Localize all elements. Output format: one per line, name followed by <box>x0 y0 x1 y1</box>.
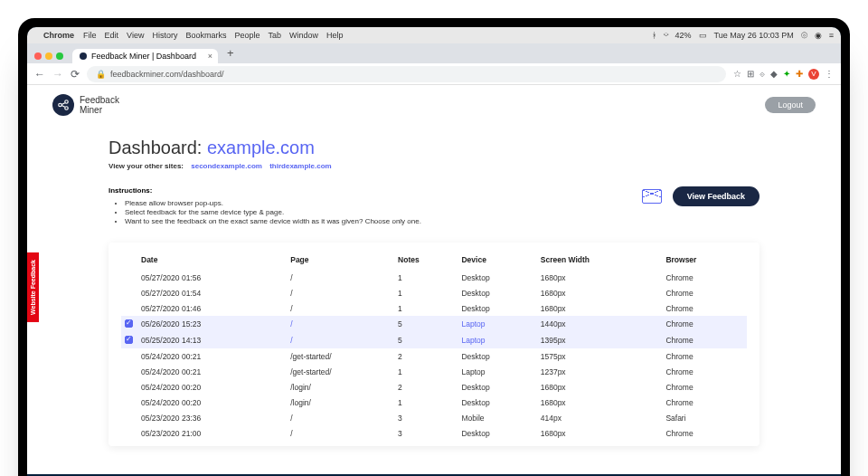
brand-logo[interactable]: FeedbackMiner <box>52 94 119 116</box>
menubar-item[interactable]: History <box>152 31 177 40</box>
site-link[interactable]: thirdexample.com <box>269 162 331 170</box>
menu-icon[interactable]: ≡ <box>829 31 834 40</box>
svg-point-0 <box>59 103 62 107</box>
battery-icon: ▭ <box>699 31 707 40</box>
table-row[interactable]: 05/27/2020 01:54/1Desktop1680pxChrome <box>121 285 747 300</box>
logo-mark <box>52 94 74 116</box>
maximize-window[interactable] <box>56 52 63 60</box>
other-sites: View your other sites: secondexample.com… <box>108 162 760 170</box>
instruction-item: Want to see the feedback on the exact sa… <box>125 217 421 225</box>
minimize-window[interactable] <box>45 52 52 60</box>
table-row[interactable]: 05/27/2020 01:56/1Desktop1680pxChrome <box>121 270 747 285</box>
close-tab-icon[interactable]: × <box>208 52 212 61</box>
browser-tab-strip: Feedback Miner | Dashboard × + <box>27 43 841 63</box>
tab-title: Feedback Miner | Dashboard <box>91 52 196 61</box>
instruction-item: Please allow browser pop-ups. <box>125 199 421 207</box>
menubar-item[interactable]: Bookmarks <box>185 31 226 40</box>
logout-button[interactable]: Logout <box>765 97 816 113</box>
menubar-item[interactable]: People <box>234 31 259 40</box>
forward-button[interactable]: → <box>52 68 63 81</box>
svg-point-2 <box>65 107 69 110</box>
battery-text: 42% <box>675 31 692 40</box>
table-row[interactable]: 05/24/2020 00:20/login/2Desktop1680pxChr… <box>121 379 747 395</box>
url-text: feedbackminer.com/dashboard/ <box>110 70 224 79</box>
extension-icon[interactable]: ⊞ <box>747 69 754 79</box>
favicon <box>80 52 87 60</box>
extension-icon[interactable]: V <box>808 69 819 80</box>
instruction-item: Select feedback for the same device type… <box>125 208 421 216</box>
lock-icon: 🔒 <box>96 70 106 79</box>
table-row[interactable]: 05/23/2020 23:36/3Mobile414pxSafari <box>121 410 747 425</box>
window-controls <box>33 52 69 63</box>
column-header[interactable]: Browser <box>662 252 747 270</box>
feedback-table: DatePageNotesDeviceScreen WidthBrowser 0… <box>121 252 747 441</box>
menubar-item[interactable]: File <box>83 31 97 40</box>
table-row[interactable]: 05/24/2020 00:21/get-started/2Desktop157… <box>121 348 747 364</box>
column-header[interactable]: Notes <box>394 252 458 270</box>
column-header[interactable]: Page <box>287 252 394 270</box>
brand-name: FeedbackMiner <box>80 95 119 115</box>
menubar-item[interactable]: Edit <box>105 31 119 40</box>
table-row[interactable]: 05/25/2020 14:13/5Laptop1395pxChrome <box>121 332 747 348</box>
mail-icon[interactable] <box>642 189 662 204</box>
page-content: Website Feedback FeedbackMiner Logout Da… <box>27 85 841 474</box>
extension-icon[interactable]: ⟐ <box>760 69 765 79</box>
feedback-table-card: DatePageNotesDeviceScreen WidthBrowser 0… <box>108 243 760 446</box>
table-row[interactable]: 05/24/2020 00:21/get-started/1Laptop1237… <box>121 364 747 379</box>
instructions-panel: Instructions: Please allow browser pop-u… <box>108 186 421 226</box>
svg-point-1 <box>65 100 69 104</box>
extension-icon[interactable]: ☆ <box>733 69 741 79</box>
table-row[interactable]: 05/24/2020 00:20/login/1Desktop1680pxChr… <box>121 395 747 410</box>
menubar-item[interactable]: Help <box>326 31 344 40</box>
menubar-app[interactable]: Chrome <box>43 31 74 40</box>
chrome-menu-icon[interactable]: ⋮ <box>825 69 834 79</box>
close-window[interactable] <box>34 52 42 60</box>
wifi-icon[interactable]: ⌔ <box>664 31 668 40</box>
column-header[interactable]: Device <box>458 252 536 270</box>
screen: Chrome FileEditViewHistoryBookmarksPeopl… <box>27 27 841 476</box>
clock: Tue May 26 10:03 PM <box>714 31 794 40</box>
feedback-side-tab[interactable]: Website Feedback <box>27 252 39 322</box>
browser-tab[interactable]: Feedback Miner | Dashboard × <box>72 49 218 63</box>
siri-icon[interactable]: ◉ <box>815 31 822 40</box>
bluetooth-icon[interactable]: ᚼ <box>652 31 656 40</box>
view-feedback-button[interactable]: View Feedback <box>673 186 760 206</box>
new-tab-button[interactable]: + <box>222 46 240 63</box>
menubar-item[interactable]: View <box>127 31 144 40</box>
column-header[interactable]: Date <box>137 252 287 270</box>
page-title: Dashboard: example.com <box>108 138 760 158</box>
menubar-item[interactable]: Tab <box>268 31 281 40</box>
column-header[interactable]: Screen Width <box>537 252 663 270</box>
site-link[interactable]: secondexample.com <box>191 162 262 170</box>
row-checkbox[interactable] <box>125 336 133 344</box>
menubar-item[interactable]: Window <box>289 31 318 40</box>
extension-icon[interactable]: ◆ <box>770 69 778 79</box>
reload-button[interactable]: ⟳ <box>71 68 80 81</box>
laptop-frame: Chrome FileEditViewHistoryBookmarksPeopl… <box>18 18 850 476</box>
back-button[interactable]: ← <box>34 68 45 81</box>
address-bar[interactable]: 🔒 feedbackminer.com/dashboard/ <box>87 66 726 82</box>
macos-menubar: Chrome FileEditViewHistoryBookmarksPeopl… <box>27 27 841 43</box>
table-row[interactable]: 05/27/2020 01:46/1Desktop1680pxChrome <box>121 300 747 316</box>
extension-icon[interactable]: ✚ <box>796 69 803 79</box>
browser-toolbar: ← → ⟳ 🔒 feedbackminer.com/dashboard/ ☆ ⊞… <box>27 63 841 85</box>
table-row[interactable]: 05/23/2020 21:00/3Desktop1680pxChrome <box>121 425 747 441</box>
extension-icon[interactable]: ✦ <box>783 69 790 79</box>
spotlight-icon[interactable]: ⦾ <box>801 31 807 41</box>
app-header: FeedbackMiner Logout <box>27 85 841 123</box>
table-row[interactable]: 05/26/2020 15:23/5Laptop1440pxChrome <box>121 316 747 332</box>
row-checkbox[interactable] <box>125 319 133 328</box>
